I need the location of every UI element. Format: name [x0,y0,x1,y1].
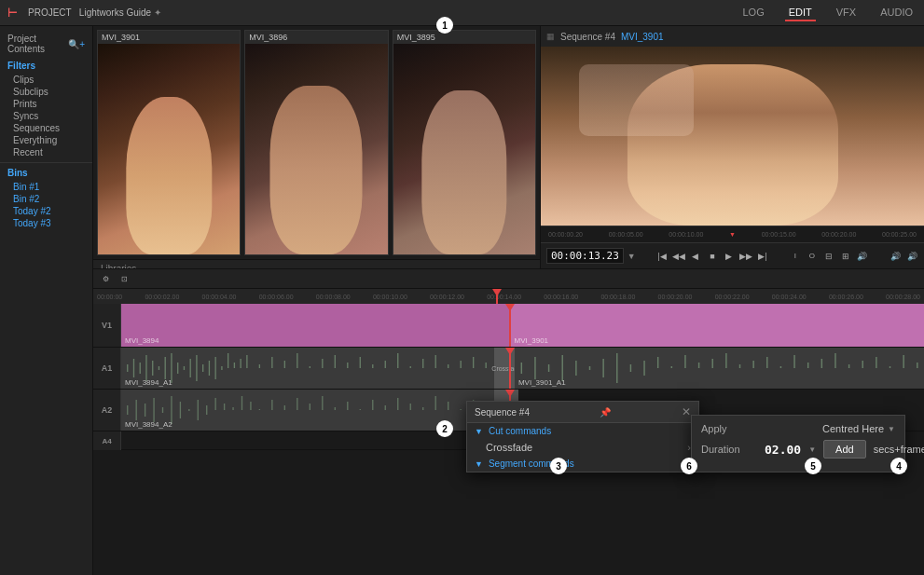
top-bar: ⊢ PROJECT Lightworks Guide ✦ LOG EDIT VF… [0,0,924,26]
mark-out-button[interactable]: O [806,250,819,263]
v1-clip-left-name: MVI_3894 [125,336,159,345]
a2-label: A2 [93,390,121,431]
sidebar-item-clips[interactable]: Clips [0,74,92,86]
sidebar-bin-3[interactable]: Today #2 [0,205,92,217]
a4-label: A4 [93,431,121,450]
popup-cut-commands-section[interactable]: ▼ Cut commands [467,423,698,439]
nav-audio[interactable]: AUDIO [876,5,917,21]
clip-thumb-1[interactable]: MVI_3896 [244,30,388,255]
play-button[interactable]: ▶ [723,250,736,263]
a1-track: A1 MVI_3894_A1 [93,348,924,390]
add-button[interactable]: Add [823,440,866,459]
a2-clip-left-name: MVI_3894_A2 [125,420,172,429]
annotation-5: 5 [805,458,821,474]
next-frame-button[interactable]: ▶▶ [739,250,752,263]
sidebar-item-sequences[interactable]: Sequences [0,122,92,134]
sidebar-bin-4[interactable]: Today #3 [0,217,92,229]
clip-thumb-0[interactable]: MVI_3901 [97,30,241,255]
a1-clip-left[interactable]: MVI_3894_A1 [121,348,499,389]
top-panels: MVI_3901 MVI_3896 [93,26,924,268]
nav-log[interactable]: LOG [738,5,767,21]
play-reverse-button[interactable]: ◀ [689,250,702,263]
sidebar: Project Contents 🔍 + Filters Clips Subcl… [0,26,93,575]
grid-icon: ▦ [546,32,555,41]
a1-clip-right-name: MVI_3901_A1 [518,378,566,387]
apply-label: Apply [701,423,757,434]
nav-edit[interactable]: EDIT [785,5,816,21]
a1-waveform-right [515,348,924,389]
v1-clip-right[interactable]: MVI_3901 [511,304,924,347]
v1-track: V1 MVI_3894 MVI_3901 [93,304,924,348]
zoom-fit-button[interactable]: ⊡ [117,272,131,285]
sidebar-bin-2[interactable]: Bin #2 [0,193,92,205]
project-contents-label: Project Contents [7,34,68,54]
clip-thumb-2[interactable]: MVI_3895 [393,30,536,255]
filters-label[interactable]: Filters [7,61,85,71]
popup-close-button[interactable]: ✕ [682,405,691,418]
clip-image-1 [245,44,387,254]
preview-tab-label[interactable]: Sequence #4 [560,32,615,42]
centred-here-dropdown[interactable]: Centred Here ▼ [822,423,895,434]
a1-content[interactable]: MVI_3894_A1 Crossfade [121,348,924,389]
preview-header: ▦ Sequence #4 MVI_3901 [541,26,924,47]
annotation-6: 6 [681,458,697,474]
preview-controls: 00:00:13.23 ▼ |◀ ◀◀ ◀ ■ ▶ ▶▶ ▶| I O ⊟ ⊞ … [541,242,924,268]
popup-segment-commands-section[interactable]: ▼ Segment commands [467,456,698,472]
clip-image-0 [98,44,240,254]
annotation-2: 2 [436,420,453,437]
prev-frame-button[interactable]: ◀◀ [672,250,685,263]
clip-grid: MVI_3901 MVI_3896 [93,26,540,259]
clip-label-0: MVI_3901 [98,31,240,44]
annotation-1: 1 [436,17,453,34]
segment-commands-chevron: ▼ [475,459,483,469]
audio-button[interactable]: 🔊 [856,250,869,263]
nav-vfx[interactable]: VFX [833,5,860,21]
stop-button[interactable]: ■ [706,250,719,263]
tc-expand-icon[interactable]: ▼ [627,252,636,261]
duration-value[interactable]: 02.00 [765,443,801,457]
centred-here-chevron[interactable]: ▼ [888,425,895,433]
v1-clip-left[interactable]: MVI_3894 [121,304,509,347]
v1-clip-right-name: MVI_3901 [515,336,548,345]
zoom-in-button[interactable]: 🔊 [905,250,918,263]
timecode-display[interactable]: 00:00:13.23 [546,248,624,264]
v1-playhead [509,304,511,347]
grid-view-button[interactable]: ⊟ [822,250,835,263]
sidebar-bin-1[interactable]: Bin #1 [0,181,92,193]
apply-panel: Apply Centred Here ▼ Duration 02.00 ▼ Ad… [691,415,905,472]
zoom-out-button[interactable]: 🔊 [889,250,902,263]
a1-clip-right[interactable]: MVI_3901_A1 [515,348,924,389]
annotation-4: 4 [890,458,907,474]
add-icon[interactable]: + [79,39,85,49]
sidebar-item-everything[interactable]: Everything [0,134,92,146]
sidebar-item-prints[interactable]: Prints [0,98,92,110]
sidebar-item-subclips[interactable]: Subclips [0,86,92,98]
content-area: MVI_3901 MVI_3896 [93,26,924,575]
a1-playhead [509,348,511,389]
popup-crossfade-item[interactable]: Crossfade › [467,439,698,456]
sidebar-item-recent[interactable]: Recent [0,146,92,158]
mark-in-button[interactable]: I [789,250,802,263]
units-dropdown[interactable]: secs+frames ▼ [874,444,924,455]
preview-clip-name: MVI_3901 [621,32,664,42]
duration-label: Duration [701,444,757,455]
main-layout: Project Contents 🔍 + Filters Clips Subcl… [0,26,924,575]
media-browser: MVI_3901 MVI_3896 [93,26,541,268]
timeline-settings-button[interactable]: ⚙ [99,272,112,285]
top-nav: LOG EDIT VFX AUDIO [738,5,917,21]
go-end-button[interactable]: ▶| [756,250,769,263]
search-icon[interactable]: 🔍 [68,39,79,49]
duration-value-chevron[interactable]: ▼ [808,445,816,454]
a1-clip-left-name: MVI_3894_A1 [125,378,172,387]
v1-content[interactable]: MVI_3894 MVI_3901 [121,304,924,347]
sidebar-section-filters: Filters [0,60,92,74]
clip-label-2: MVI_3895 [393,31,535,44]
timeline-view-button[interactable]: ⊞ [839,250,852,263]
sidebar-bins-section: Bins [0,167,92,181]
go-start-button[interactable]: |◀ [655,250,669,263]
annotation-3: 3 [550,458,567,474]
popup-pin-icon[interactable]: 📌 [600,407,611,418]
sidebar-header: Project Contents 🔍 + [0,32,92,56]
bins-label: Bins [7,168,85,178]
sidebar-item-syncs[interactable]: Syncs [0,110,92,122]
